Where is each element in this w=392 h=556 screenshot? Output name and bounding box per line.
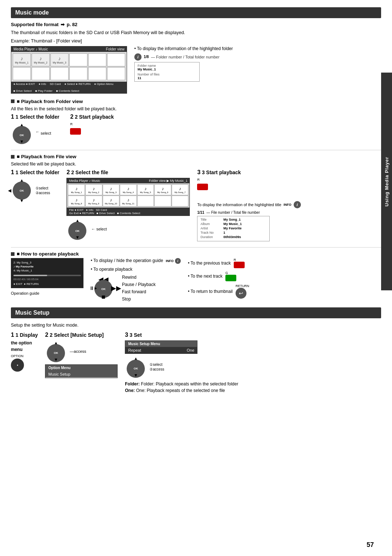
ok-with-arrows-3: ▲ OK ▼	[66, 218, 88, 240]
fv-footer: File ● EXIT ● Info SD Card Go Exit ● RET…	[67, 208, 189, 216]
r-label-3: R	[234, 258, 236, 262]
ok-with-arrows: ▲ OK ▼	[11, 122, 33, 144]
file-info-row-trackno: Track No 1	[200, 231, 266, 234]
rewind-label: Rewind	[122, 275, 156, 280]
setup-step3-title: 3 3 Set	[125, 332, 142, 338]
step3-control: R	[197, 178, 208, 192]
playback-file-desc: Selected file will be played back.	[11, 161, 381, 168]
folder-step2: 2 2 Start playback R	[70, 114, 114, 144]
playback-mock: 2: My Song_3 ♪ My Favourite 4: My Music_…	[11, 258, 83, 288]
select-access-labels: ①select ②access	[36, 186, 50, 195]
supported-file-line: Supported file format ➡ p. 82	[11, 22, 381, 27]
setup-step1: 1 1 Display the option menu OPTION ●	[11, 332, 38, 372]
return-btn: RETURN ↩	[236, 284, 249, 299]
ok-with-arrows-4: ▲ OK ▼	[45, 340, 67, 362]
option-label: OPTION	[11, 354, 24, 358]
mp-cell-10	[69, 67, 87, 80]
next-track-row: • To the next track G	[188, 271, 261, 281]
music-setup-menu-box: Music Setup Menu Repeat One	[125, 340, 197, 354]
setup-step3: 3 3 Set Music Setup Menu Repeat One ▲ OK	[125, 332, 238, 393]
file-step2-select: ▲ OK ▼ ← select	[66, 218, 107, 240]
pb-controls-row: ● EXIT ● RETURN	[13, 282, 81, 286]
g-label: G	[225, 271, 228, 275]
fv-cell-13	[154, 196, 171, 207]
file-info-row-duration: Duration 00h03m09s	[200, 235, 266, 239]
mp-cell-11	[88, 67, 106, 80]
file-step3-title: 3 3 Start playback	[197, 169, 241, 176]
music-note-icon: ♪	[21, 56, 23, 61]
mp-footer: ● Access ● EXIT ● Info SD Card ● Select …	[11, 82, 127, 93]
fv-cell-3: ♪ My Song_3	[103, 184, 120, 195]
return-button: ↩	[236, 288, 246, 299]
mp-cell-9	[50, 67, 69, 80]
fv-cell-9: ♪ My Song_9	[85, 196, 102, 207]
folder-name-value: My Music_1	[138, 68, 196, 71]
fast-fwd-right: ▶▶	[111, 284, 121, 292]
music-note-icon: ♪	[93, 186, 95, 191]
music-setup-header: Music Setup	[11, 307, 381, 318]
pause-label: Pause / Playback	[122, 282, 156, 287]
step2-select-label: ← select	[91, 227, 107, 231]
file-info-header: To display the information of the highli…	[197, 201, 301, 208]
ok-controls-wrapper: ◀◀ OK ■ ⏸▶ ▶▶	[91, 275, 116, 301]
page-number: 57	[367, 541, 374, 549]
music-note-icon: ♪	[40, 56, 42, 61]
folder-fraction: 1/8	[144, 55, 149, 59]
pb-time: 00:02:43 / 00:05:04	[13, 278, 81, 281]
black-square-icon-2	[11, 155, 15, 159]
files-label: Number of files	[138, 73, 196, 76]
pb-song-1: 2: My Song_3	[13, 261, 81, 265]
setup-step3-control: ▲ OK ▼ ①select ②access	[125, 356, 164, 378]
description-line1: The thumbnail of music folders in the SD…	[11, 29, 381, 36]
fv-cell-8: ♪ My Song_8	[68, 196, 85, 207]
operation-guide-label: Operation guide	[11, 291, 39, 295]
option-button[interactable]: ●	[11, 359, 24, 372]
music-note-icon: ♪	[127, 197, 129, 203]
info-circle-icon-2: i	[175, 258, 181, 264]
file-step2: 2 2 Select the file Media Player ♪ Music…	[66, 169, 190, 240]
folder-info-bullet: • To display the information of the high…	[134, 46, 381, 51]
info-detail-box: Folder name My Music_1 Number of files 1…	[134, 62, 200, 82]
info-icon: i	[134, 53, 142, 61]
setup-step3-labels: ①select ②access	[150, 363, 164, 371]
info-circle-icon: i	[294, 201, 301, 208]
fv-cell-1: ♪ My Song_1	[68, 184, 85, 195]
music-note-icon: ♪	[110, 186, 112, 191]
mp-header-left: Media Player ♪ Music	[13, 47, 48, 51]
fast-fwd-label: Fast forward	[122, 289, 156, 294]
stop-label: Stop	[122, 297, 156, 302]
control-labels: Rewind Pause / Playback Fast forward Sto…	[122, 275, 156, 302]
fv-header: Media Player ♪ Music Folder view ▶ My Mu…	[67, 178, 189, 183]
description-line2: Example: Thumbnail - [Folder view]	[11, 38, 381, 45]
next-btn: G	[225, 271, 236, 281]
controls-split: • To display / hide the operation guide …	[91, 258, 381, 302]
page-title: Music mode	[11, 7, 381, 18]
playback-file-title: ■ Playback from File view	[11, 154, 381, 159]
ok-with-arrows-2: ▲ OK ▼ ◀	[11, 178, 33, 203]
folder-step1: 1 1 Select the folder ▲ OK ▼ ← select	[11, 114, 59, 144]
playback-op-title: ■ How to operate playback	[11, 251, 381, 257]
setup-access-label: —access	[70, 349, 86, 353]
down-arrow-icon-2: ▼	[20, 198, 24, 203]
step1-control: ▲ OK ▼ ← select	[11, 122, 51, 144]
music-note-icon: ♪	[75, 197, 78, 203]
files-value: 11	[138, 76, 196, 80]
prev-btn: R	[234, 258, 245, 268]
info-label: INFO	[283, 203, 291, 207]
fv-cell-2: ♪ My Song_2	[85, 184, 102, 195]
ok-button-wrapper: ▲ OK ▼	[11, 122, 33, 144]
playback-area: 2: My Song_3 ♪ My Favourite 4: My Music_…	[11, 258, 381, 302]
file-info-row-title: Title My Song_1	[200, 218, 266, 221]
down-arrow-icon-4: ▼	[54, 357, 58, 362]
option-menu-item-music-setup[interactable]: Music Setup	[45, 371, 117, 378]
media-player-mock: Media Player ♪ Music Folder view ♪ My Mu…	[11, 46, 127, 94]
mp-cell-1: ♪ My Music_1	[13, 53, 31, 66]
pb-exit-label: ● EXIT	[13, 282, 23, 286]
fv-cell-6: ♪ My Song_6	[154, 184, 171, 195]
music-note-icon: ♪	[110, 197, 112, 203]
r-label-2: R	[197, 178, 200, 181]
controls-ok-area: ◀◀ OK ■ ⏸▶ ▶▶ Rewind Pause / Playback Fa…	[91, 275, 181, 302]
fv-grid: ♪ My Song_1 ♪ My Song_2 ♪ My Song_3 ♪ My…	[67, 183, 189, 208]
red-button-3	[234, 262, 245, 268]
prev-track-row: • To the previous track R	[188, 258, 261, 268]
